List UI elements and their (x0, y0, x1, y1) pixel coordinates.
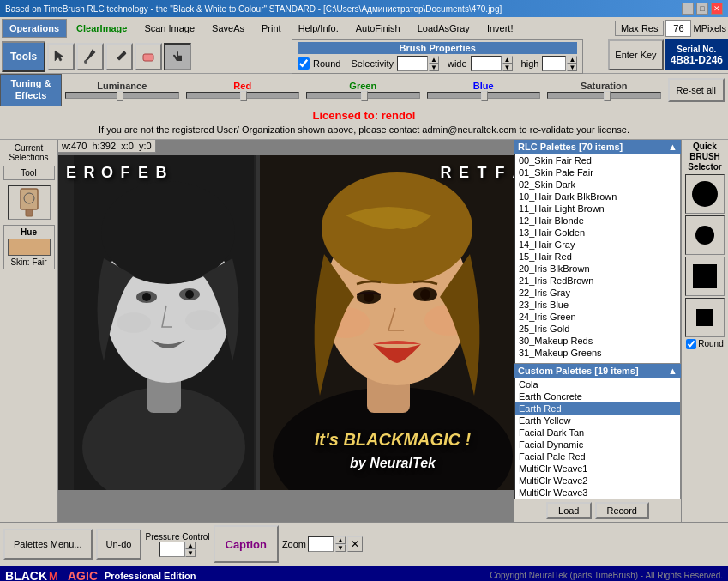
zoom-up[interactable]: ▲ (335, 536, 346, 544)
luminance-slider[interactable] (65, 92, 179, 99)
selectivity-down[interactable]: ▼ (429, 64, 439, 71)
saturation-thumb[interactable] (604, 91, 611, 101)
blue-thumb[interactable] (481, 91, 488, 101)
selectivity-spin-buttons: ▲ ▼ (429, 56, 439, 71)
eraser-tool-icon[interactable] (135, 43, 162, 70)
high-down[interactable]: ▼ (567, 64, 577, 71)
palette-item-24[interactable]: 24_Iris Green (515, 311, 680, 323)
zoom-down[interactable]: ▼ (335, 544, 346, 552)
custom-item-facial-pale-red[interactable]: Facial Pale Red (515, 451, 680, 463)
custom-item-multiclr2[interactable]: MultiClr Weave2 (515, 475, 680, 487)
load-as-gray-menu[interactable]: LoadAsGray (410, 19, 478, 38)
palette-item-21[interactable]: 21_Iris RedBrown (515, 275, 680, 287)
palette-item-13[interactable]: 13_Hair Golden (515, 227, 680, 239)
green-thumb[interactable] (361, 91, 368, 101)
wide-up[interactable]: ▲ (502, 56, 513, 64)
tools-button[interactable]: Tools (2, 41, 45, 72)
wide-input[interactable]: 20 (471, 56, 502, 71)
green-slider-group: Green (303, 79, 424, 100)
brush-preview-small[interactable] (685, 257, 725, 296)
palette-item-20[interactable]: 20_Iris BlkBrown (515, 263, 680, 275)
high-input[interactable]: 10 (542, 56, 566, 71)
pencil-tool-icon[interactable] (105, 43, 133, 70)
max-res-input[interactable] (665, 20, 691, 37)
custom-item-facial-dynamic[interactable]: Facial Dynamic (515, 439, 680, 451)
save-as-menu[interactable]: SaveAs (204, 19, 252, 38)
palette-item-25[interactable]: 25_Iris Gold (515, 323, 680, 335)
print-menu[interactable]: Print (254, 19, 289, 38)
undo-button[interactable]: Un-do (96, 529, 142, 560)
hand-tool-icon[interactable] (164, 43, 191, 70)
select-tool-icon[interactable] (47, 43, 75, 70)
brush-preview-medium[interactable] (685, 215, 725, 255)
palette-item-14[interactable]: 14_Hair Gray (515, 239, 680, 251)
clear-image-menu[interactable]: ClearImage (69, 19, 135, 38)
palette-item-30[interactable]: 30_Makeup Reds (515, 335, 680, 347)
invert-menu[interactable]: Invert! (479, 19, 521, 38)
pressure-input[interactable]: 0 (159, 542, 185, 557)
reset-all-button[interactable]: Re-set all (668, 78, 725, 102)
load-palette-button[interactable]: Load (546, 502, 591, 519)
palette-item-11[interactable]: 11_Hair Light Brown (515, 203, 680, 215)
palettes-menu-button[interactable]: Palettes Menu... (3, 529, 93, 560)
saturation-slider[interactable] (547, 92, 661, 99)
auto-finish-menu[interactable]: AutoFinish (348, 19, 408, 38)
rlc-palette-list[interactable]: 00_Skin Fair Red 01_Skin Pale Fair 02_Sk… (514, 154, 681, 364)
luminance-thumb[interactable] (117, 91, 123, 101)
enter-key-button[interactable]: Enter Key (608, 39, 663, 70)
red-thumb[interactable] (240, 91, 247, 101)
high-spinner: 10 ▲ ▼ (542, 56, 577, 71)
blue-slider[interactable] (427, 92, 541, 99)
pressure-up[interactable]: ▲ (185, 542, 196, 549)
tuning-effects-button[interactable]: Tuning & Effects (0, 74, 62, 106)
palette-item-23[interactable]: 23_Iris Blue (515, 299, 680, 311)
record-palette-button[interactable]: Record (595, 502, 649, 519)
pressure-spinner: 0 ▲ ▼ (159, 542, 196, 557)
custom-item-earth-concrete[interactable]: Earth Concrete (515, 390, 680, 402)
palette-item-22[interactable]: 22_Iris Gray (515, 287, 680, 299)
round-mode-checkbox[interactable] (686, 339, 696, 349)
wide-spin-buttons: ▲ ▼ (502, 56, 513, 71)
palette-item-02[interactable]: 02_Skin Dark (515, 179, 680, 191)
green-slider[interactable] (306, 92, 420, 99)
palette-item-10[interactable]: 10_Hair Dark BlkBrown (515, 191, 680, 203)
help-menu[interactable]: Help/Info. (291, 19, 346, 38)
quick-brush-title: Quick BRUSH Selector (683, 142, 726, 172)
brush-tool-display[interactable] (8, 185, 51, 220)
maximize-button[interactable]: □ (696, 3, 708, 15)
pressure-spin-buttons: ▲ ▼ (185, 542, 196, 557)
serial-value: 4B81-D246 (671, 54, 723, 66)
pressure-down[interactable]: ▼ (185, 549, 196, 557)
custom-item-multiclr3[interactable]: MultiClr Weave3 (515, 487, 680, 499)
scan-image-menu[interactable]: Scan Image (136, 19, 202, 38)
high-up[interactable]: ▲ (567, 56, 577, 64)
main-canvas[interactable]: BEFORE (58, 155, 514, 490)
close-button[interactable]: ✕ (711, 3, 723, 15)
brush-tool-icon[interactable] (76, 43, 104, 70)
selectivity-input[interactable]: 255 (397, 56, 428, 71)
canvas-wrapper[interactable]: w:470 h:392 x:0 y:0 BEFORE (58, 140, 514, 522)
custom-item-earth-red[interactable]: Earth Red (515, 402, 680, 415)
custom-palette-list[interactable]: Cola Earth Concrete Earth Red Earth Yell… (514, 378, 681, 499)
operations-menu[interactable]: Operations (2, 19, 67, 38)
round-checkbox[interactable] (298, 57, 310, 70)
brush-preview-large[interactable] (685, 174, 725, 214)
brush-preview-tiny[interactable] (685, 298, 725, 337)
caption-button[interactable]: Caption (214, 525, 279, 563)
close-zoom-button[interactable]: ✕ (347, 536, 363, 552)
palette-item-01[interactable]: 01_Skin Pale Fair (515, 166, 680, 179)
custom-item-facial-dark-tan[interactable]: Facial Dark Tan (515, 427, 680, 439)
palette-item-31[interactable]: 31_Makeup Greens (515, 347, 680, 359)
wide-down[interactable]: ▼ (502, 64, 513, 71)
palette-item-12[interactable]: 12_Hair Blonde (515, 215, 680, 227)
red-slider[interactable] (186, 92, 300, 99)
custom-item-multiclr1[interactable]: MultiClr Weave1 (515, 463, 680, 475)
palette-item-15[interactable]: 15_Hair Red (515, 251, 680, 263)
zoom-input[interactable]: 1 (308, 536, 334, 552)
custom-item-cola[interactable]: Cola (515, 378, 680, 390)
palette-item-00[interactable]: 00_Skin Fair Red (515, 154, 680, 166)
custom-item-earth-yellow[interactable]: Earth Yellow (515, 415, 680, 427)
svg-point-16 (185, 310, 220, 330)
selectivity-up[interactable]: ▲ (429, 56, 439, 64)
minimize-button[interactable]: – (682, 3, 694, 15)
